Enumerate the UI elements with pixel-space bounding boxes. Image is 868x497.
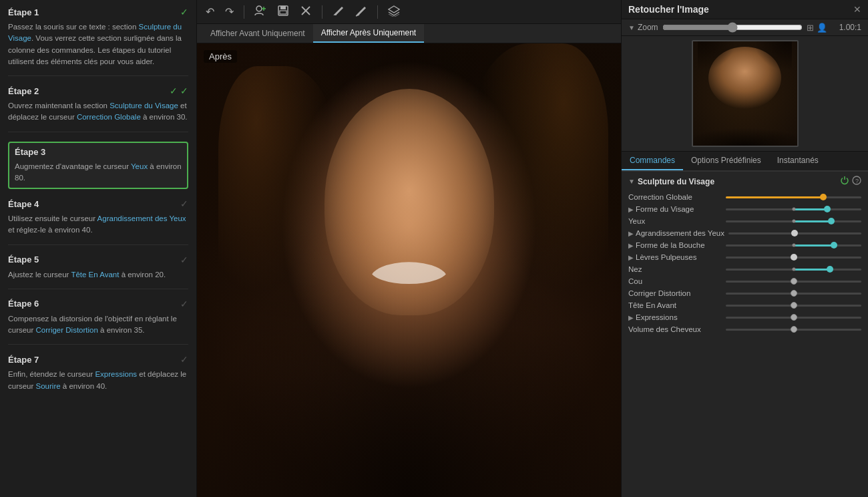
save-button[interactable] (274, 3, 292, 21)
slider-name-0: Correction Globale (628, 193, 692, 201)
slider-name-4: Forme de la Bouche (636, 241, 705, 249)
slider-track-container-3[interactable] (728, 232, 861, 234)
step-link1-step6[interactable]: Corriger Distortion (36, 326, 98, 334)
tab-before[interactable]: Afficher Avant Uniquement (202, 24, 313, 43)
slider-label-7: Cou (628, 277, 722, 285)
zoom-fit-icon[interactable]: ⊞ (807, 23, 814, 33)
step-header-step6: Étape 6✓ (8, 299, 188, 309)
slider-thumb-7[interactable] (791, 278, 797, 285)
slider-track-container-8[interactable] (726, 293, 861, 295)
step-item-step7: Étape 7✓Enfin, étendez le curseur Expres… (8, 354, 188, 400)
slider-label-5: ▶ Lèvres Pulpeuses (628, 253, 722, 261)
pen2-button[interactable] (352, 3, 371, 21)
step-link2-step7[interactable]: Sourire (36, 382, 61, 390)
step-title-step3: Étape 3 (15, 147, 45, 157)
slider-thumb-4[interactable] (831, 242, 837, 248)
slider-row-2: Yeux (622, 215, 868, 227)
step-link1-step2[interactable]: Sculpture du Visage (110, 102, 178, 110)
slider-thumb-9[interactable] (791, 302, 797, 309)
slider-track-8 (726, 293, 861, 295)
step-body-step4: Utilisez ensuite le curseur Agrandisseme… (8, 213, 188, 236)
view-tabs-bar: Afficher Avant Uniquement Afficher Après… (197, 24, 621, 43)
slider-thumb-10[interactable] (791, 314, 797, 321)
step-header-step2: Étape 2✓✓ (8, 86, 188, 96)
zoom-slider[interactable] (662, 22, 803, 33)
main-toolbar: ↶ ↷ (197, 0, 621, 24)
slider-name-2: Yeux (628, 217, 645, 225)
step-header-step5: Étape 5✓ (8, 255, 188, 265)
slider-thumb-3[interactable] (791, 230, 798, 236)
right-panel-title: Retoucher l'Image (628, 4, 709, 15)
step-header-step1: Étape 1✓ (8, 7, 188, 17)
undo-button[interactable]: ↶ (202, 4, 218, 19)
slider-name-6: Nez (628, 265, 642, 273)
slider-thumb-8[interactable] (791, 290, 797, 297)
expand-arrow-icon: ▶ (628, 230, 634, 237)
right-tab-2[interactable]: Instantanés (769, 152, 827, 170)
slider-row-1: ▶ Forme du Visage (622, 203, 868, 215)
thumb-body (693, 109, 797, 146)
step-link1-step1[interactable]: Sculpture du Visage (8, 23, 182, 42)
right-panel-header: Retoucher l'Image ✕ (622, 0, 868, 19)
slider-thumb-1[interactable] (824, 206, 831, 212)
slider-center-dot-2 (792, 220, 795, 223)
slider-track-container-4[interactable] (726, 244, 861, 246)
section-header-sculpture[interactable]: ▼ Sculpture du Visage ? (622, 172, 868, 191)
checkmark-icon: ✓ (170, 86, 178, 96)
commands-panel[interactable]: ▼ Sculpture du Visage ? Correction Globa… (622, 172, 868, 497)
right-panel-close-button[interactable]: ✕ (853, 4, 861, 15)
right-tabs-bar: CommandesOptions PrédéfiniesInstantanés (622, 152, 868, 172)
slider-track-5 (726, 257, 861, 259)
section-expand-arrow: ▼ (628, 178, 635, 185)
image-canvas-area: Après (197, 43, 621, 497)
slider-name-3: Agrandissement des Yeux (636, 229, 724, 237)
step-link2-step2[interactable]: Correction Globale (77, 113, 141, 121)
svg-marker-10 (389, 6, 399, 13)
slider-track-container-0[interactable] (726, 196, 861, 198)
zoom-bar: ▼ Zoom ⊞ 👤 1.00:1 (622, 19, 868, 36)
pen1-button[interactable] (329, 3, 348, 21)
expand-arrow-icon: ▶ (628, 206, 634, 213)
step-body-step5: Ajustez le curseur Tête En Avant à envir… (8, 269, 188, 281)
thumbnail-preview-area (622, 36, 868, 152)
tab-after[interactable]: Afficher Après Uniquement (313, 24, 425, 43)
slider-track-container-7[interactable] (726, 281, 861, 283)
slider-thumb-0[interactable] (820, 194, 827, 200)
toolbar-separator-1 (244, 5, 244, 19)
slider-track-container-1[interactable] (726, 208, 861, 210)
slider-track-container-5[interactable] (726, 257, 861, 259)
person-add-button[interactable] (251, 3, 270, 21)
slider-thumb-5[interactable] (791, 254, 797, 261)
slider-label-9: Tête En Avant (628, 301, 722, 309)
slider-name-11: Volume des Cheveux (628, 325, 701, 333)
step-title-step4: Étape 4 (8, 199, 39, 209)
slider-track-container-6[interactable] (726, 269, 861, 271)
step-item-step1: Étape 1✓Passez la souris sur ce texte : … (8, 7, 188, 76)
step-link1-step5[interactable]: Tête En Avant (71, 271, 119, 279)
step-checks-step2: ✓✓ (170, 86, 188, 96)
svg-rect-5 (280, 11, 286, 14)
section-help-button[interactable]: ? (852, 176, 861, 187)
slider-thumb-11[interactable] (791, 326, 797, 333)
right-tab-1[interactable]: Options Prédéfinies (683, 152, 769, 170)
zoom-slider-container (662, 22, 803, 33)
redo-button[interactable]: ↷ (222, 4, 237, 19)
zoom-actual-icon[interactable]: 👤 (817, 23, 827, 33)
right-tab-0[interactable]: Commandes (622, 152, 683, 170)
slider-thumb-6[interactable] (827, 266, 833, 273)
section-header-left: ▼ Sculpture du Visage (628, 177, 714, 186)
left-tutorial-panel: Étape 1✓Passez la souris sur ce texte : … (0, 0, 197, 497)
slider-track-container-11[interactable] (726, 329, 861, 331)
slider-track-container-2[interactable] (726, 220, 861, 222)
cancel-button[interactable] (296, 3, 315, 21)
step-title-step6: Étape 6 (8, 299, 39, 309)
layers-button[interactable] (385, 3, 403, 21)
section-power-button[interactable] (840, 176, 849, 187)
slider-track-container-10[interactable] (726, 317, 861, 319)
step-link1-step3[interactable]: Yeux (131, 162, 148, 170)
slider-track-container-9[interactable] (726, 305, 861, 307)
slider-thumb-2[interactable] (828, 218, 835, 224)
step-link1-step7[interactable]: Expressions (95, 370, 137, 378)
step-link1-step4[interactable]: Agrandissement des Yeux (97, 214, 186, 222)
expand-arrow-icon: ▶ (628, 254, 634, 261)
